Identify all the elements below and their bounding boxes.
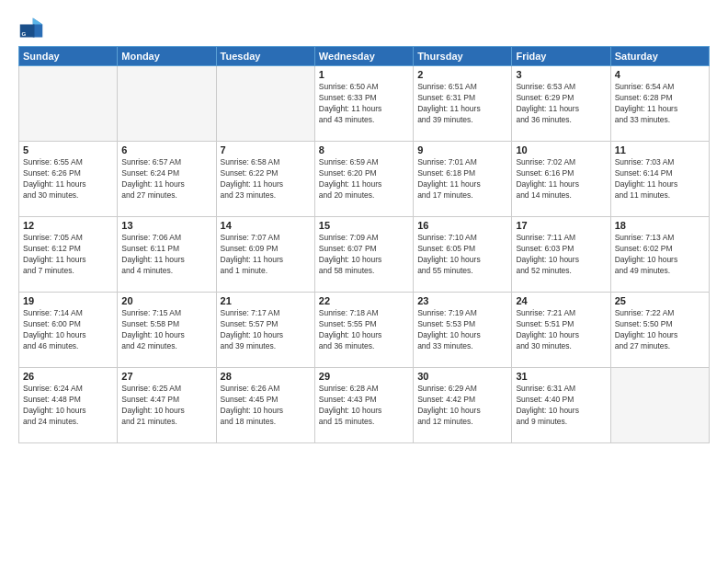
day-info: Sunrise: 6:29 AMSunset: 4:42 PMDaylight:…: [417, 384, 507, 428]
day-number: 30: [417, 371, 507, 382]
day-number: 3: [516, 69, 606, 80]
week-row-4: 19Sunrise: 7:14 AMSunset: 6:00 PMDayligh…: [19, 293, 710, 368]
day-cell: 5Sunrise: 6:55 AMSunset: 6:26 PMDaylight…: [19, 142, 118, 217]
day-number: 11: [615, 144, 705, 155]
day-number: 28: [221, 371, 311, 382]
day-header-saturday: Saturday: [610, 47, 709, 66]
day-info: Sunrise: 6:53 AMSunset: 6:29 PMDaylight:…: [516, 82, 606, 126]
day-number: 18: [615, 220, 705, 231]
day-info: Sunrise: 6:25 AMSunset: 4:47 PMDaylight:…: [121, 384, 211, 428]
day-cell: 25Sunrise: 7:22 AMSunset: 5:50 PMDayligh…: [610, 293, 709, 368]
day-info: Sunrise: 7:21 AMSunset: 5:51 PMDaylight:…: [516, 308, 606, 352]
day-info: Sunrise: 6:51 AMSunset: 6:31 PMDaylight:…: [417, 82, 507, 126]
day-number: 19: [23, 295, 113, 306]
day-number: 9: [417, 144, 507, 155]
day-info: Sunrise: 7:09 AMSunset: 6:07 PMDaylight:…: [319, 233, 409, 277]
day-info: Sunrise: 6:28 AMSunset: 4:43 PMDaylight:…: [319, 384, 409, 428]
day-number: 10: [516, 144, 606, 155]
day-info: Sunrise: 7:14 AMSunset: 6:00 PMDaylight:…: [23, 308, 113, 352]
day-info: Sunrise: 7:19 AMSunset: 5:53 PMDaylight:…: [417, 308, 507, 352]
day-number: 6: [121, 144, 211, 155]
day-info: Sunrise: 6:50 AMSunset: 6:33 PMDaylight:…: [319, 82, 409, 126]
day-info: Sunrise: 7:22 AMSunset: 5:50 PMDaylight:…: [615, 308, 705, 352]
day-number: 26: [23, 371, 113, 382]
day-header-tuesday: Tuesday: [216, 47, 314, 66]
day-number: 25: [615, 295, 705, 306]
day-cell: 4Sunrise: 6:54 AMSunset: 6:28 PMDaylight…: [610, 66, 709, 142]
calendar: SundayMondayTuesdayWednesdayThursdayFrid…: [18, 46, 710, 443]
day-cell: 13Sunrise: 7:06 AMSunset: 6:11 PMDayligh…: [118, 217, 216, 293]
day-cell: [19, 66, 118, 142]
page: G SundayMondayTuesdayWednesdayThursdayFr…: [0, 0, 728, 563]
day-cell: 27Sunrise: 6:25 AMSunset: 4:47 PMDayligh…: [118, 368, 216, 443]
day-cell: 1Sunrise: 6:50 AMSunset: 6:33 PMDaylight…: [314, 66, 413, 142]
week-row-5: 26Sunrise: 6:24 AMSunset: 4:48 PMDayligh…: [19, 368, 710, 443]
week-row-1: 1Sunrise: 6:50 AMSunset: 6:33 PMDaylight…: [19, 66, 710, 142]
day-cell: 12Sunrise: 7:05 AMSunset: 6:12 PMDayligh…: [19, 217, 118, 293]
day-info: Sunrise: 6:58 AMSunset: 6:22 PMDaylight:…: [221, 157, 311, 201]
day-number: 15: [319, 220, 409, 231]
day-header-sunday: Sunday: [19, 47, 118, 66]
day-number: 1: [319, 69, 409, 80]
day-cell: 17Sunrise: 7:11 AMSunset: 6:03 PMDayligh…: [512, 217, 610, 293]
day-cell: 10Sunrise: 7:02 AMSunset: 6:16 PMDayligh…: [512, 142, 610, 217]
day-info: Sunrise: 7:11 AMSunset: 6:03 PMDaylight:…: [516, 233, 606, 277]
day-header-monday: Monday: [118, 47, 216, 66]
day-info: Sunrise: 7:10 AMSunset: 6:05 PMDaylight:…: [417, 233, 507, 277]
day-number: 17: [516, 220, 606, 231]
day-cell: [216, 66, 314, 142]
day-cell: 21Sunrise: 7:17 AMSunset: 5:57 PMDayligh…: [216, 293, 314, 368]
day-number: 29: [319, 371, 409, 382]
day-cell: 31Sunrise: 6:31 AMSunset: 4:40 PMDayligh…: [512, 368, 610, 443]
day-cell: 2Sunrise: 6:51 AMSunset: 6:31 PMDaylight…: [414, 66, 512, 142]
day-info: Sunrise: 7:15 AMSunset: 5:58 PMDaylight:…: [121, 308, 211, 352]
day-number: 8: [319, 144, 409, 155]
day-info: Sunrise: 7:13 AMSunset: 6:02 PMDaylight:…: [615, 233, 705, 277]
day-cell: 26Sunrise: 6:24 AMSunset: 4:48 PMDayligh…: [19, 368, 118, 443]
day-cell: [118, 66, 216, 142]
day-cell: [610, 368, 709, 443]
day-number: 23: [417, 295, 507, 306]
logo: G: [18, 15, 48, 40]
day-cell: 22Sunrise: 7:18 AMSunset: 5:55 PMDayligh…: [314, 293, 413, 368]
day-info: Sunrise: 6:26 AMSunset: 4:45 PMDaylight:…: [221, 384, 311, 428]
day-number: 13: [121, 220, 211, 231]
day-number: 2: [417, 69, 507, 80]
day-cell: 3Sunrise: 6:53 AMSunset: 6:29 PMDaylight…: [512, 66, 610, 142]
day-cell: 19Sunrise: 7:14 AMSunset: 6:00 PMDayligh…: [19, 293, 118, 368]
day-header-thursday: Thursday: [414, 47, 512, 66]
day-info: Sunrise: 6:54 AMSunset: 6:28 PMDaylight:…: [615, 82, 705, 126]
day-cell: 18Sunrise: 7:13 AMSunset: 6:02 PMDayligh…: [610, 217, 709, 293]
day-number: 5: [23, 144, 113, 155]
day-cell: 9Sunrise: 7:01 AMSunset: 6:18 PMDaylight…: [414, 142, 512, 217]
week-row-3: 12Sunrise: 7:05 AMSunset: 6:12 PMDayligh…: [19, 217, 710, 293]
day-cell: 28Sunrise: 6:26 AMSunset: 4:45 PMDayligh…: [216, 368, 314, 443]
day-cell: 14Sunrise: 7:07 AMSunset: 6:09 PMDayligh…: [216, 217, 314, 293]
day-number: 14: [221, 220, 311, 231]
day-cell: 30Sunrise: 6:29 AMSunset: 4:42 PMDayligh…: [414, 368, 512, 443]
day-number: 27: [121, 371, 211, 382]
day-header-wednesday: Wednesday: [314, 47, 413, 66]
day-cell: 20Sunrise: 7:15 AMSunset: 5:58 PMDayligh…: [118, 293, 216, 368]
day-cell: 29Sunrise: 6:28 AMSunset: 4:43 PMDayligh…: [314, 368, 413, 443]
day-info: Sunrise: 6:59 AMSunset: 6:20 PMDaylight:…: [319, 157, 409, 201]
day-number: 12: [23, 220, 113, 231]
day-number: 21: [221, 295, 311, 306]
header-row: SundayMondayTuesdayWednesdayThursdayFrid…: [19, 47, 710, 66]
week-row-2: 5Sunrise: 6:55 AMSunset: 6:26 PMDaylight…: [19, 142, 710, 217]
day-cell: 11Sunrise: 7:03 AMSunset: 6:14 PMDayligh…: [610, 142, 709, 217]
svg-text:G: G: [22, 30, 27, 37]
day-info: Sunrise: 7:01 AMSunset: 6:18 PMDaylight:…: [417, 157, 507, 201]
day-cell: 16Sunrise: 7:10 AMSunset: 6:05 PMDayligh…: [414, 217, 512, 293]
day-info: Sunrise: 6:24 AMSunset: 4:48 PMDaylight:…: [23, 384, 113, 428]
day-number: 24: [516, 295, 606, 306]
day-info: Sunrise: 7:02 AMSunset: 6:16 PMDaylight:…: [516, 157, 606, 201]
day-info: Sunrise: 6:31 AMSunset: 4:40 PMDaylight:…: [516, 384, 606, 428]
day-info: Sunrise: 7:05 AMSunset: 6:12 PMDaylight:…: [23, 233, 113, 277]
day-number: 22: [319, 295, 409, 306]
day-info: Sunrise: 7:18 AMSunset: 5:55 PMDaylight:…: [319, 308, 409, 352]
day-cell: 23Sunrise: 7:19 AMSunset: 5:53 PMDayligh…: [414, 293, 512, 368]
logo-icon: G: [18, 15, 44, 40]
day-info: Sunrise: 7:03 AMSunset: 6:14 PMDaylight:…: [615, 157, 705, 201]
day-cell: 8Sunrise: 6:59 AMSunset: 6:20 PMDaylight…: [314, 142, 413, 217]
